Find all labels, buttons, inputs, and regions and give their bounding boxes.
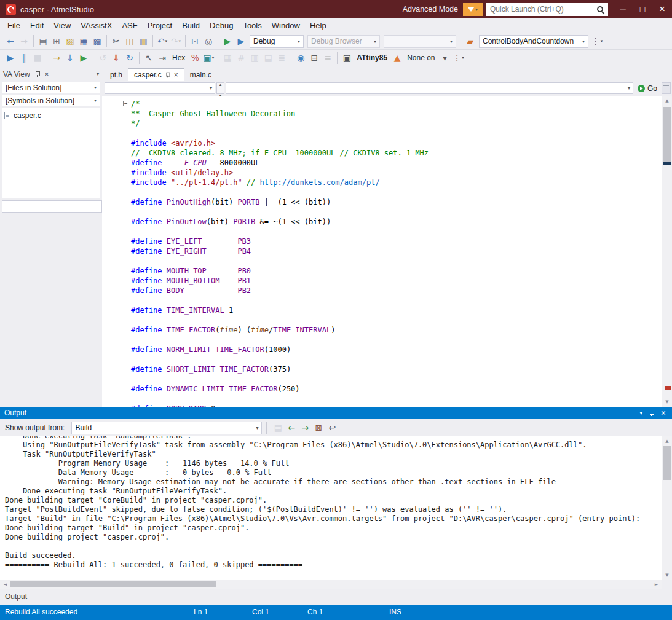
show-next-statement-icon[interactable]: →: [50, 51, 63, 65]
code-line[interactable]: #define PinOutHigh(bit) PORTB |= (1 << (…: [131, 197, 662, 207]
goto-previous-message-icon[interactable]: ←: [285, 421, 298, 434]
goto-next-message-icon[interactable]: →: [298, 421, 312, 434]
window-options-icon[interactable]: [97, 71, 99, 77]
device-programming-icon[interactable]: ▰: [464, 34, 477, 48]
code-line[interactable]: [131, 187, 662, 197]
scroll-up-icon[interactable]: ▲: [662, 96, 672, 106]
open-file-icon[interactable]: ▨: [63, 34, 77, 48]
navigate-backward-icon[interactable]: ←: [4, 34, 17, 48]
startup-project-combo[interactable]: ControlBodyAndCountdown▾: [479, 35, 588, 48]
screenshot-icon[interactable]: ▣▾: [202, 51, 215, 65]
code-line[interactable]: [131, 315, 662, 325]
close-icon[interactable]: ×: [661, 409, 666, 417]
code-line[interactable]: #define PinOutLow(bit) PORTB &= ~(1 << (…: [131, 217, 662, 227]
scroll-right-icon[interactable]: ►: [651, 582, 662, 587]
fold-toggle-icon[interactable]: [123, 101, 128, 106]
code-line[interactable]: #define NORM_LIMIT TIME_FACTOR(1000): [131, 345, 662, 355]
code-line[interactable]: #define MOUTH_TOP PB0: [131, 266, 662, 276]
output-horizontal-scrollbar[interactable]: ◄ ►: [0, 580, 672, 589]
output-log[interactable]: Done executing task "RunCompilerTask". U…: [0, 436, 672, 580]
continue-icon[interactable]: ▶: [4, 51, 17, 65]
splitter-box[interactable]: [662, 82, 671, 94]
code-line[interactable]: [131, 394, 662, 404]
window-position-icon[interactable]: [640, 410, 642, 416]
code-line[interactable]: #define MOUTH_BOTTOM PB1: [131, 276, 662, 286]
code-line[interactable]: ** Casper Ghost Halloween Decoration: [131, 109, 662, 119]
device-name-label[interactable]: ATtiny85: [357, 53, 387, 62]
tab-main.c[interactable]: main.c: [184, 68, 217, 81]
device-chip-icon[interactable]: ▣: [340, 51, 354, 65]
call-stack-icon[interactable]: ≡: [321, 51, 334, 65]
code-line[interactable]: // CKDIV8 cleared. 8 MHz; if F_CPU 10000…: [131, 148, 662, 158]
code-line[interactable]: #define TIME_FACTOR(time) (time/TIME_INT…: [131, 325, 662, 335]
break-all-icon[interactable]: ‖: [17, 51, 31, 65]
menu-vassistx[interactable]: VAssistX: [76, 20, 117, 31]
menu-debug[interactable]: Debug: [205, 20, 238, 31]
save-all-icon[interactable]: ▩: [90, 34, 104, 48]
configuration-combo[interactable]: Debug▾: [250, 35, 304, 48]
scrollbar-thumb[interactable]: [10, 581, 216, 587]
select-cursor-icon[interactable]: ↖: [142, 51, 156, 65]
code-line[interactable]: */: [131, 119, 662, 128]
code-line[interactable]: /*: [131, 99, 662, 109]
files-filter-dropdown[interactable]: [Files in Solution] ▾: [2, 82, 100, 93]
menu-edit[interactable]: Edit: [25, 20, 49, 31]
toolbar2-overflow-icon[interactable]: ⋮▾: [452, 51, 465, 65]
add-new-item-icon[interactable]: ⊞: [50, 34, 63, 48]
autos-window-icon[interactable]: ⊟: [307, 51, 321, 65]
code-editor[interactable]: /*** Casper Ghost Halloween Decoration*/…: [102, 96, 672, 407]
tab-pt.h[interactable]: pt.h: [105, 68, 128, 81]
close-icon[interactable]: ×: [174, 71, 178, 79]
clear-all-icon[interactable]: ⊠: [312, 421, 325, 434]
code-line[interactable]: #include "../pt-1.4/pt.h" // http://dunk…: [131, 178, 662, 187]
code-line[interactable]: [131, 374, 662, 384]
minimize-button[interactable]: [613, 0, 633, 18]
find-in-files-icon[interactable]: ⊡: [188, 34, 202, 48]
code-line[interactable]: #define EYE_LEFT PB3: [131, 237, 662, 246]
va-search-input[interactable]: [2, 200, 102, 213]
scroll-up-icon[interactable]: ▲: [662, 436, 672, 446]
output-vertical-scrollbar[interactable]: ▲ ▼: [662, 436, 672, 580]
code-line[interactable]: [131, 355, 662, 364]
close-button[interactable]: [652, 0, 672, 18]
percent-icon[interactable]: %: [188, 51, 202, 65]
scroll-down-icon[interactable]: ▼: [662, 570, 672, 580]
tab-output[interactable]: Output: [5, 592, 27, 601]
editor-vertical-scrollbar[interactable]: ▲ ▼: [662, 96, 672, 407]
auto-hide-pin-icon[interactable]: [649, 409, 655, 417]
go-button[interactable]: Go: [634, 84, 660, 93]
toolbar-overflow-icon[interactable]: ⋮▾: [590, 34, 604, 48]
zoom-icon[interactable]: ◎: [202, 34, 215, 48]
run-to-cursor-icon[interactable]: ▶: [77, 51, 90, 65]
tab-casper.c[interactable]: casper.c×: [128, 68, 184, 81]
scrollbar-thumb[interactable]: [663, 446, 671, 480]
step-into-icon[interactable]: ↓: [63, 51, 77, 65]
flame-icon[interactable]: ▲: [390, 51, 404, 65]
advanced-mode-toggle-button[interactable]: [463, 3, 483, 16]
word-wrap-icon[interactable]: ↩: [325, 421, 339, 434]
start-without-debugging-icon[interactable]: ▶: [234, 34, 248, 48]
menu-file[interactable]: File: [2, 20, 25, 31]
menu-view[interactable]: View: [49, 20, 76, 31]
code-line[interactable]: #define DYNAMIC_LIMIT TIME_FACTOR(250): [131, 384, 662, 394]
code-line[interactable]: #define BODY PB2: [131, 286, 662, 296]
symbols-filter-dropdown[interactable]: [Symbols in Solution] ▾: [2, 95, 100, 106]
restart-debugging-icon[interactable]: ↻: [123, 51, 136, 65]
position-spinner[interactable]: [216, 82, 224, 94]
menu-help[interactable]: Help: [305, 20, 331, 31]
code-line[interactable]: [131, 227, 662, 237]
cut-icon[interactable]: ✂: [109, 34, 123, 48]
file-list-item[interactable]: casper.c: [4, 110, 98, 121]
tool-select-caret-icon[interactable]: ▾: [438, 51, 452, 65]
scope-dropdown[interactable]: ▾: [105, 82, 215, 94]
menu-asf[interactable]: ASF: [117, 20, 142, 31]
quick-launch-input[interactable]: Quick Launch (Ctrl+Q): [486, 3, 608, 16]
code-line[interactable]: [131, 256, 662, 266]
close-icon[interactable]: ×: [45, 71, 49, 78]
pin-icon[interactable]: [165, 72, 170, 78]
code-line[interactable]: [131, 296, 662, 305]
output-source-dropdown[interactable]: Build ▾: [71, 422, 262, 434]
menu-build[interactable]: Build: [177, 20, 205, 31]
code-line[interactable]: #define TIME_INTERVAL 1: [131, 305, 662, 315]
scrollbar-thumb[interactable]: [663, 107, 671, 162]
